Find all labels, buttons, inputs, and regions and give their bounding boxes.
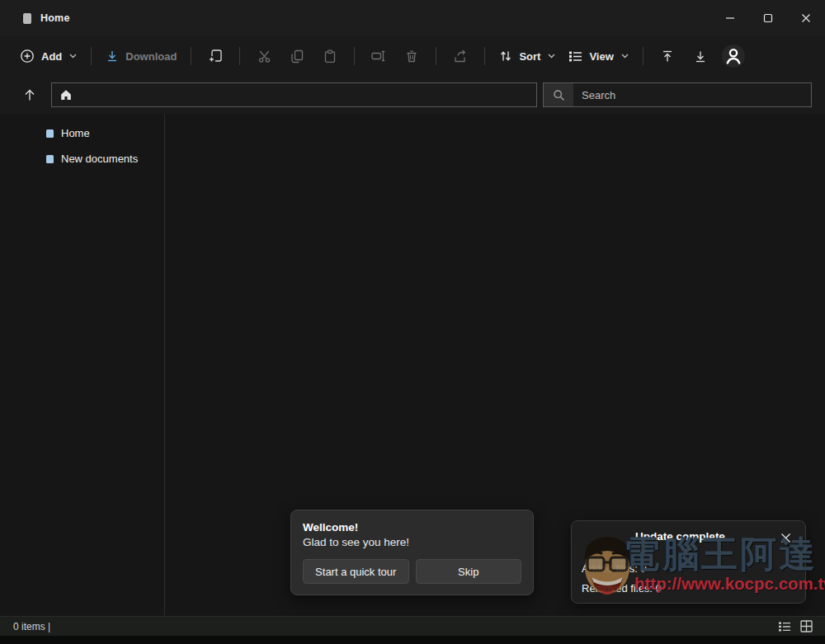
paste-button[interactable] [314,42,346,70]
maximize-button[interactable] [749,0,787,36]
add-label: Add [41,50,62,63]
toolbar-separator [643,47,644,65]
titlebar: Home [0,0,825,36]
sidebar-item-label: New documents [61,153,138,165]
statusbar: 0 items | [0,616,825,636]
close-icon [801,13,811,23]
toolbar-separator [354,47,355,65]
trash-icon [405,49,418,63]
welcome-subtitle: Glad to see you here! [303,536,521,548]
profile-circle [722,45,745,68]
up-arrow-icon [22,87,37,102]
toolbar-separator [239,47,240,65]
rename-button[interactable] [362,42,395,70]
added-files-text: Added files: 0 [582,562,647,575]
clipboard-icon [323,49,337,63]
welcome-buttons: Start a quick tour Skip [303,559,521,584]
folder-icon [46,129,54,138]
welcome-popup: Wellcome! Glad to see you here! Start a … [290,510,534,595]
share-button[interactable] [444,42,477,70]
notification-title: Update complete [596,530,764,543]
view-label: View [589,50,613,63]
window-bottom-edge [0,636,825,644]
upload-icon [661,49,674,63]
toolbar-separator [436,47,436,65]
close-button[interactable] [787,0,825,36]
tab-home[interactable]: Home [0,0,70,36]
maximize-icon [763,13,773,23]
tab-document-icon [23,13,31,24]
welcome-title: Wellcome! [303,521,521,534]
grid-view-icon [800,620,813,632]
plus-circle-icon [20,49,35,63]
search-box [543,82,812,107]
cut-button[interactable] [248,42,280,70]
minimize-icon [725,13,735,23]
search-icon [544,83,573,106]
pull-download-button[interactable] [684,42,717,70]
toolbar-separator [484,47,485,65]
chevron-down-icon [548,54,555,59]
view-button[interactable]: View [562,45,634,68]
upload-button[interactable] [651,42,684,70]
navigate-up-button[interactable] [16,82,43,108]
update-notification: Update complete Added files: 0 Removed f… [571,520,806,604]
statusbar-view-toggles [777,620,813,633]
toolbar: Add Download [0,36,825,76]
chevron-down-icon [69,54,77,59]
sidebar-item-label: Home [61,127,90,139]
copy-button[interactable] [280,42,314,70]
notification-close-button[interactable] [777,529,794,546]
minimize-button[interactable] [711,0,749,36]
sort-arrows-icon [499,49,512,63]
sidebar-item-new-documents[interactable]: New documents [0,146,164,172]
close-icon [780,533,791,543]
delete-button[interactable] [395,42,428,70]
scissors-icon [257,49,271,63]
start-tour-button[interactable]: Start a quick tour [303,559,409,584]
new-item-button[interactable] [199,42,232,70]
home-icon [52,83,80,106]
skip-button[interactable]: Skip [416,559,522,584]
new-item-icon [208,49,224,63]
download-icon [106,49,119,63]
removed-files-text: Removed files: 0 [582,582,662,595]
app-window: Home Add Download [0,0,825,644]
details-view-icon [778,621,791,632]
add-button[interactable]: Add [13,44,83,68]
toolbar-separator [191,47,191,65]
search-input[interactable] [573,83,811,106]
address-row [0,76,825,114]
grid-view-button[interactable] [799,620,813,633]
sort-label: Sort [519,50,540,63]
address-bar[interactable] [51,82,537,107]
window-controls [711,0,825,36]
download-button[interactable]: Download [99,45,183,68]
rename-icon [371,49,386,63]
toolbar-separator [91,47,92,65]
chevron-down-icon [621,54,629,59]
sort-button[interactable]: Sort [493,45,562,68]
sidebar: Home New documents [0,114,165,616]
download-label: Download [125,50,177,63]
pull-download-icon [694,49,707,63]
items-count-text: 0 items | [13,621,50,632]
sidebar-item-home[interactable]: Home [0,120,164,146]
share-icon [453,49,468,63]
tab-label: Home [40,12,70,24]
details-view-button[interactable] [777,620,792,633]
person-icon [724,46,743,66]
copy-icon [290,49,304,63]
list-view-icon [568,50,582,63]
profile-button[interactable] [717,40,750,72]
folder-icon [46,155,54,163]
